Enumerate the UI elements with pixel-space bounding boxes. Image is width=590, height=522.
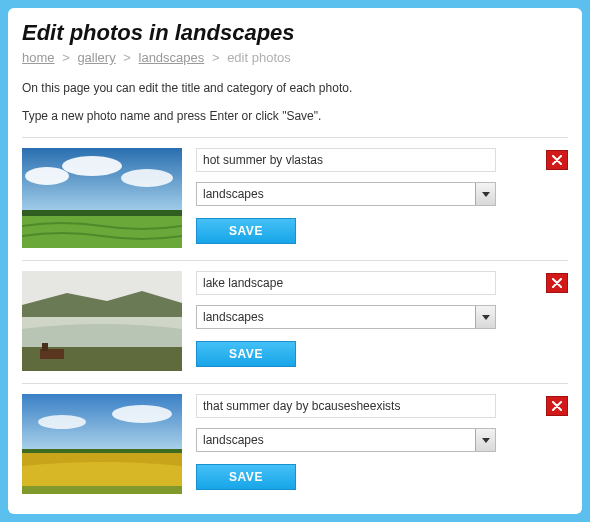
chevron-down-icon [475,306,495,328]
category-select[interactable]: landscapes [196,305,496,329]
save-button[interactable]: SAVE [196,464,296,490]
chevron-down-icon [475,183,495,205]
delete-button[interactable] [546,396,568,416]
photo-row: landscapes SAVE [22,383,568,506]
svg-rect-5 [22,216,182,248]
photo-thumbnail [22,148,182,248]
close-icon [552,401,562,411]
breadcrumb-home[interactable]: home [22,50,55,65]
close-icon [552,278,562,288]
delete-button[interactable] [546,273,568,293]
photo-title-input[interactable] [196,148,496,172]
svg-rect-14 [22,449,182,453]
category-select[interactable]: landscapes [196,428,496,452]
intro-line-2: Type a new photo name and press Enter or… [22,109,568,123]
delete-button[interactable] [546,150,568,170]
breadcrumb-sep: > [123,50,131,65]
breadcrumb-sep: > [212,50,220,65]
category-select-label: landscapes [197,183,475,205]
svg-point-3 [121,169,173,187]
breadcrumb: home > gallery > landscapes > edit photo… [22,50,568,65]
breadcrumb-sep: > [62,50,70,65]
svg-point-1 [25,167,69,185]
category-select[interactable]: landscapes [196,182,496,206]
svg-rect-16 [22,486,182,494]
breadcrumb-current: edit photos [227,50,291,65]
category-select-label: landscapes [197,429,475,451]
svg-point-12 [112,405,172,423]
photo-title-input[interactable] [196,271,496,295]
photo-row: landscapes SAVE [22,137,568,260]
category-select-label: landscapes [197,306,475,328]
svg-rect-10 [42,343,48,351]
svg-point-2 [62,156,122,176]
save-button[interactable]: SAVE [196,218,296,244]
close-icon [552,155,562,165]
photo-row: landscapes SAVE [22,260,568,383]
breadcrumb-landscapes[interactable]: landscapes [139,50,205,65]
intro-text: On this page you can edit the title and … [22,81,568,123]
photo-thumbnail [22,271,182,371]
page-title: Edit photos in landscapes [22,20,568,46]
svg-rect-4 [22,210,182,216]
photo-title-input[interactable] [196,394,496,418]
intro-line-1: On this page you can edit the title and … [22,81,568,95]
svg-point-13 [38,415,86,429]
breadcrumb-gallery[interactable]: gallery [77,50,115,65]
chevron-down-icon [475,429,495,451]
save-button[interactable]: SAVE [196,341,296,367]
photo-thumbnail [22,394,182,494]
